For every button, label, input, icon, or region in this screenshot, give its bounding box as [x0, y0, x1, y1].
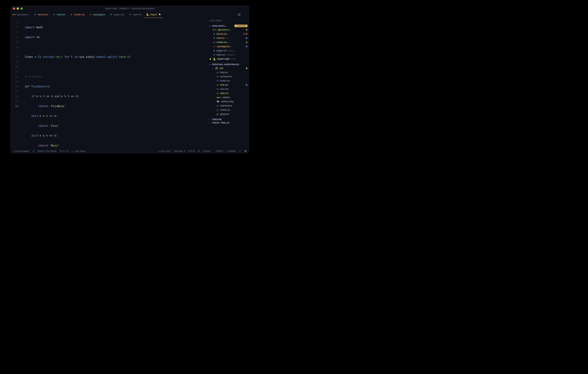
open-editor-item[interactable]: npmpackage.jso…M — [207, 44, 249, 49]
check-icon: ✓ — [226, 150, 228, 152]
file-name: mdx.tsx — [217, 37, 225, 39]
tab-rgb-wave[interactable]: M↓Xrgb-wave-c — [10, 11, 31, 18]
titlebar: import math · Untitled-1 — personal (Wor… — [10, 6, 249, 11]
workspace-toggle[interactable]: ⌄ PERSONAL (WORKSPACE) — [207, 63, 249, 66]
npm-icon: npm — [213, 46, 216, 47]
react-icon: ⚛ — [110, 13, 113, 16]
open-editor-item[interactable]: ⚛pages.tsxsreeta… — [207, 49, 249, 53]
more-actions-icon[interactable]: ··· — [244, 20, 247, 22]
folder-utils[interactable]: ⌄ 🛠️ utils — [207, 66, 249, 70]
git-status: M — [246, 45, 247, 48]
git-icon: ◆ — [217, 113, 218, 115]
modified-indicator-icon — [159, 14, 160, 15]
chevron-down-icon: ⌄ — [209, 25, 211, 27]
git-status: U — [246, 29, 247, 31]
file-name: .eslintrc.js — [220, 108, 230, 111]
react-icon: ⚛ — [33, 13, 36, 16]
react-icon: ⚛ — [213, 37, 215, 40]
tab-import-active[interactable]: 🐍import — [144, 11, 163, 18]
timeline-toggle[interactable]: › TIMELINE — [207, 118, 249, 121]
react-icon: ⚛ — [217, 92, 219, 95]
file-name: mdx.tsx — [220, 84, 228, 86]
line-gutter: 123456789101112131415161718 — [10, 18, 21, 149]
open-editor-item[interactable]: ⚛mdx.tsxsre…M — [207, 36, 249, 40]
react-icon: ⚛ — [129, 13, 132, 16]
code-content[interactable]: import math import re lines = [l.rstrip(… — [21, 18, 207, 149]
open-editor-item[interactable]: M↓Xrgb-wave-c…U — [207, 28, 249, 32]
file-item[interactable]: ⚛style.tsx — [207, 91, 249, 95]
workspace-section: ⌄ PERSONAL (WORKSPACE) ⌄ 🛠️ utils ⚛blog.… — [207, 62, 249, 117]
modified-indicator-icon — [246, 68, 247, 69]
eslint-icon: ◎ — [217, 104, 218, 107]
chevron-right-icon: › — [209, 118, 211, 120]
react-icon: ⚛ — [217, 88, 219, 91]
python-icon: 🐍 — [213, 58, 216, 60]
bell-icon[interactable]: 🔔︎ — [244, 150, 247, 152]
open-editor-item[interactable]: ⚛style.tsxsreetamd… — [207, 53, 249, 57]
file-name: .eslintcache — [220, 104, 232, 107]
file-item[interactable]: Babel.babelrc — [207, 95, 249, 99]
file-item[interactable]: ◎.eslintrc.js — [207, 108, 249, 112]
open-editors-toggle[interactable]: ⌄ OPEN EDITO… 1 UNSAVED — [207, 24, 249, 28]
eslint-icon: ～ — [213, 150, 216, 152]
git-status: 7, M — [243, 33, 247, 35]
file-item[interactable]: ◎.eslintcache — [207, 104, 249, 108]
tab-karma[interactable]: ⚛karma.tsx — [31, 11, 50, 18]
code-editor[interactable]: 123456789101112131415161718 import math … — [10, 18, 207, 149]
tab-mdx[interactable]: ⚛mdx.tsx — [51, 11, 68, 18]
file-item[interactable]: ⚛mdx.tsxM — [207, 83, 249, 87]
window-title: import math · Untitled-1 — personal (Wor… — [10, 7, 249, 10]
file-item[interactable]: ⚛hooks.tsx — [207, 79, 249, 83]
feedback-icon[interactable]: ⚐ — [239, 150, 241, 152]
split-editor-icon[interactable] — [238, 13, 240, 16]
file-item[interactable]: ⚛misc.tsx — [207, 87, 249, 91]
tab-credits[interactable]: ⚛credits.tsx — [67, 11, 87, 18]
tab-style[interactable]: ⚛style.tsx — [126, 11, 144, 18]
todos-toggle[interactable]: › TODOS: TREE (2) — [207, 121, 249, 125]
file-item[interactable]: 🐭.editorconfig — [207, 99, 249, 104]
vscode-window: import math · Untitled-1 — personal (Wor… — [10, 6, 249, 153]
open-editor-item[interactable]: 🐍import mathUntit… — [207, 57, 249, 61]
file-name: karma.tsx… — [217, 32, 229, 35]
tab-actions: ··· — [235, 11, 249, 18]
file-path: sreeta… — [228, 49, 247, 52]
file-name: import math — [217, 58, 230, 60]
unsaved-dot-icon — [210, 58, 211, 60]
file-name: misc.tsx — [220, 88, 229, 90]
react-icon: ⚛ — [217, 71, 219, 74]
mdx-icon: M↓X — [13, 13, 16, 16]
editorconfig-icon: 🐭 — [217, 100, 219, 103]
mdx-icon: M↓X — [213, 29, 217, 31]
more-actions-icon[interactable]: ··· — [243, 13, 246, 16]
react-icon: ⚛ — [217, 84, 219, 86]
file-item[interactable]: ⚛blog.tsx — [207, 70, 249, 75]
open-editor-item[interactable]: ⚛credits.tsxs…U — [207, 40, 249, 44]
open-editor-item[interactable]: ⚛karma.tsx…7, M — [207, 32, 249, 36]
react-icon: ⚛ — [217, 79, 219, 82]
react-icon: ⚛ — [213, 32, 215, 35]
open-editors-section: ⌄ OPEN EDITO… 1 UNSAVED M↓Xrgb-wave-c…U⚛… — [207, 23, 249, 62]
chevron-down-icon: ⌄ — [209, 63, 211, 65]
branch-icon: ⎇ — [13, 150, 16, 152]
eslint-status[interactable]: ～ ESLint — [213, 150, 223, 153]
react-icon: ⚛ — [213, 41, 215, 44]
tab-pages[interactable]: ⚛pages.tsx — [107, 11, 126, 18]
file-name: style.tsx — [220, 92, 229, 95]
tab-package[interactable]: npmpackage.js — [87, 11, 107, 18]
git-status: M — [246, 84, 247, 86]
unsaved-badge: 1 UNSAVED — [234, 25, 248, 27]
file-name: blog.tsx — [220, 71, 228, 74]
file-name: style.tsx — [217, 53, 225, 56]
react-icon: ⚛ — [217, 75, 219, 78]
editor-body: 123456789101112131415161718 import math … — [10, 18, 249, 149]
explorer-sidebar: EXPLORER ··· ⌄ OPEN EDITO… 1 UNSAVED M↓X… — [207, 18, 249, 149]
react-icon: ⚛ — [70, 13, 73, 16]
npm-icon: npm — [89, 13, 92, 16]
folder-icon: 🛠️ — [215, 67, 218, 70]
prettier-status[interactable]: ✓ Prettier — [226, 150, 236, 152]
file-item[interactable]: ◆.gitignore — [207, 112, 249, 116]
python-icon: 🐍 — [146, 13, 149, 16]
react-icon: ⚛ — [53, 13, 56, 16]
editor-tabs: M↓Xrgb-wave-c ⚛karma.tsx ⚛mdx.tsx ⚛credi… — [10, 11, 249, 18]
file-item[interactable]: ⚛console.tsx — [207, 75, 249, 79]
